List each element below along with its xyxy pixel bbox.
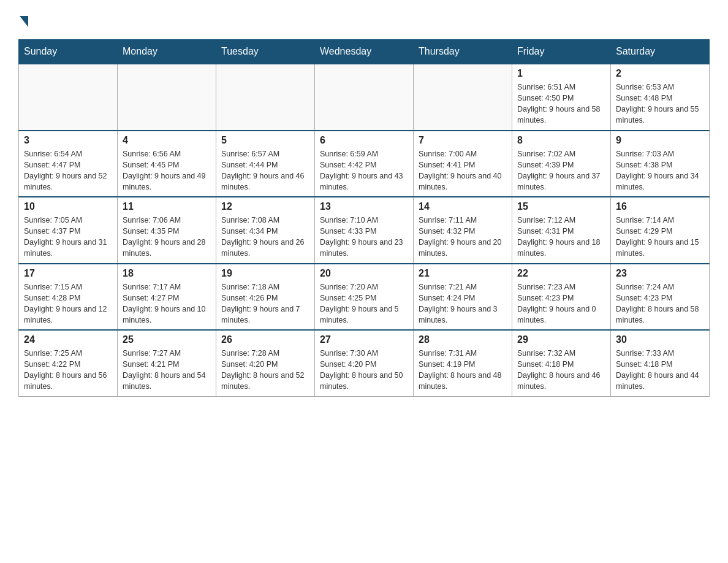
day-info: Sunrise: 7:21 AM Sunset: 4:24 PM Dayligh… <box>419 282 507 326</box>
day-number: 18 <box>123 268 211 279</box>
logo <box>18 12 28 27</box>
day-info: Sunrise: 7:31 AM Sunset: 4:19 PM Dayligh… <box>419 348 507 393</box>
calendar-week-row-4: 17Sunrise: 7:15 AM Sunset: 4:28 PM Dayli… <box>19 264 710 331</box>
calendar-cell: 19Sunrise: 7:18 AM Sunset: 4:26 PM Dayli… <box>216 264 315 331</box>
calendar-week-row-1: 1Sunrise: 6:51 AM Sunset: 4:50 PM Daylig… <box>19 64 710 131</box>
day-number: 13 <box>320 201 408 212</box>
day-info: Sunrise: 7:14 AM Sunset: 4:29 PM Dayligh… <box>616 215 704 259</box>
calendar-header-friday: Friday <box>512 40 611 64</box>
calendar-week-row-5: 24Sunrise: 7:25 AM Sunset: 4:22 PM Dayli… <box>19 330 710 396</box>
day-number: 19 <box>221 268 309 279</box>
calendar-cell <box>118 64 216 131</box>
calendar-cell: 26Sunrise: 7:28 AM Sunset: 4:20 PM Dayli… <box>216 330 315 396</box>
day-number: 25 <box>123 334 211 345</box>
calendar-cell: 10Sunrise: 7:05 AM Sunset: 4:37 PM Dayli… <box>19 197 118 264</box>
day-info: Sunrise: 7:11 AM Sunset: 4:32 PM Dayligh… <box>419 215 507 259</box>
calendar-cell: 18Sunrise: 7:17 AM Sunset: 4:27 PM Dayli… <box>118 264 216 331</box>
calendar-cell: 6Sunrise: 6:59 AM Sunset: 4:42 PM Daylig… <box>315 131 414 197</box>
day-number: 7 <box>419 135 507 146</box>
calendar-week-row-3: 10Sunrise: 7:05 AM Sunset: 4:37 PM Dayli… <box>19 197 710 264</box>
day-info: Sunrise: 7:03 AM Sunset: 4:38 PM Dayligh… <box>616 148 704 193</box>
day-number: 3 <box>24 135 112 146</box>
day-info: Sunrise: 6:59 AM Sunset: 4:42 PM Dayligh… <box>320 148 408 193</box>
calendar-cell: 9Sunrise: 7:03 AM Sunset: 4:38 PM Daylig… <box>611 131 710 197</box>
calendar-cell: 2Sunrise: 6:53 AM Sunset: 4:48 PM Daylig… <box>611 64 710 131</box>
calendar-cell: 28Sunrise: 7:31 AM Sunset: 4:19 PM Dayli… <box>414 330 512 396</box>
calendar-cell: 13Sunrise: 7:10 AM Sunset: 4:33 PM Dayli… <box>315 197 414 264</box>
calendar-cell: 24Sunrise: 7:25 AM Sunset: 4:22 PM Dayli… <box>19 330 118 396</box>
day-info: Sunrise: 7:06 AM Sunset: 4:35 PM Dayligh… <box>123 215 211 259</box>
calendar-cell: 14Sunrise: 7:11 AM Sunset: 4:32 PM Dayli… <box>414 197 512 264</box>
calendar-cell: 7Sunrise: 7:00 AM Sunset: 4:41 PM Daylig… <box>414 131 512 197</box>
day-number: 17 <box>24 268 112 279</box>
day-info: Sunrise: 7:20 AM Sunset: 4:25 PM Dayligh… <box>320 282 408 326</box>
calendar-cell: 30Sunrise: 7:33 AM Sunset: 4:18 PM Dayli… <box>611 330 710 396</box>
calendar-cell: 17Sunrise: 7:15 AM Sunset: 4:28 PM Dayli… <box>19 264 118 331</box>
day-number: 30 <box>616 334 704 345</box>
day-number: 12 <box>221 201 309 212</box>
day-info: Sunrise: 7:05 AM Sunset: 4:37 PM Dayligh… <box>24 215 112 259</box>
day-number: 28 <box>419 334 507 345</box>
day-number: 26 <box>221 334 309 345</box>
day-info: Sunrise: 7:12 AM Sunset: 4:31 PM Dayligh… <box>517 215 605 259</box>
day-number: 22 <box>517 268 605 279</box>
calendar-table: SundayMondayTuesdayWednesdayThursdayFrid… <box>18 39 710 397</box>
day-info: Sunrise: 7:33 AM Sunset: 4:18 PM Dayligh… <box>616 348 704 393</box>
day-info: Sunrise: 7:23 AM Sunset: 4:23 PM Dayligh… <box>517 282 605 326</box>
calendar-cell: 11Sunrise: 7:06 AM Sunset: 4:35 PM Dayli… <box>118 197 216 264</box>
calendar-header-thursday: Thursday <box>414 40 512 64</box>
calendar-week-row-2: 3Sunrise: 6:54 AM Sunset: 4:47 PM Daylig… <box>19 131 710 197</box>
calendar-cell: 12Sunrise: 7:08 AM Sunset: 4:34 PM Dayli… <box>216 197 315 264</box>
day-info: Sunrise: 7:30 AM Sunset: 4:20 PM Dayligh… <box>320 348 408 393</box>
day-info: Sunrise: 7:08 AM Sunset: 4:34 PM Dayligh… <box>221 215 309 259</box>
page-header <box>18 12 710 27</box>
calendar-cell <box>19 64 118 131</box>
day-info: Sunrise: 6:53 AM Sunset: 4:48 PM Dayligh… <box>616 82 704 126</box>
day-number: 1 <box>517 68 605 79</box>
day-info: Sunrise: 7:18 AM Sunset: 4:26 PM Dayligh… <box>221 282 309 326</box>
day-number: 15 <box>517 201 605 212</box>
calendar-header-sunday: Sunday <box>19 40 118 64</box>
day-number: 14 <box>419 201 507 212</box>
calendar-header-tuesday: Tuesday <box>216 40 315 64</box>
calendar-cell: 20Sunrise: 7:20 AM Sunset: 4:25 PM Dayli… <box>315 264 414 331</box>
calendar-cell: 8Sunrise: 7:02 AM Sunset: 4:39 PM Daylig… <box>512 131 611 197</box>
calendar-cell: 1Sunrise: 6:51 AM Sunset: 4:50 PM Daylig… <box>512 64 611 131</box>
day-info: Sunrise: 6:57 AM Sunset: 4:44 PM Dayligh… <box>221 148 309 193</box>
day-number: 5 <box>221 135 309 146</box>
day-info: Sunrise: 7:27 AM Sunset: 4:21 PM Dayligh… <box>123 348 211 393</box>
calendar-cell: 25Sunrise: 7:27 AM Sunset: 4:21 PM Dayli… <box>118 330 216 396</box>
day-number: 4 <box>123 135 211 146</box>
calendar-cell <box>414 64 512 131</box>
day-info: Sunrise: 7:00 AM Sunset: 4:41 PM Dayligh… <box>419 148 507 193</box>
calendar-cell: 4Sunrise: 6:56 AM Sunset: 4:45 PM Daylig… <box>118 131 216 197</box>
calendar-cell: 22Sunrise: 7:23 AM Sunset: 4:23 PM Dayli… <box>512 264 611 331</box>
day-info: Sunrise: 7:24 AM Sunset: 4:23 PM Dayligh… <box>616 282 704 326</box>
calendar-header-saturday: Saturday <box>611 40 710 64</box>
day-info: Sunrise: 7:25 AM Sunset: 4:22 PM Dayligh… <box>24 348 112 393</box>
calendar-cell: 21Sunrise: 7:21 AM Sunset: 4:24 PM Dayli… <box>414 264 512 331</box>
day-number: 11 <box>123 201 211 212</box>
day-info: Sunrise: 7:02 AM Sunset: 4:39 PM Dayligh… <box>517 148 605 193</box>
day-number: 20 <box>320 268 408 279</box>
day-info: Sunrise: 7:32 AM Sunset: 4:18 PM Dayligh… <box>517 348 605 393</box>
day-info: Sunrise: 6:54 AM Sunset: 4:47 PM Dayligh… <box>24 148 112 193</box>
day-info: Sunrise: 7:15 AM Sunset: 4:28 PM Dayligh… <box>24 282 112 326</box>
calendar-cell: 27Sunrise: 7:30 AM Sunset: 4:20 PM Dayli… <box>315 330 414 396</box>
day-number: 27 <box>320 334 408 345</box>
day-number: 9 <box>616 135 704 146</box>
day-info: Sunrise: 7:17 AM Sunset: 4:27 PM Dayligh… <box>123 282 211 326</box>
day-number: 23 <box>616 268 704 279</box>
calendar-cell <box>216 64 315 131</box>
calendar-cell: 16Sunrise: 7:14 AM Sunset: 4:29 PM Dayli… <box>611 197 710 264</box>
calendar-cell: 5Sunrise: 6:57 AM Sunset: 4:44 PM Daylig… <box>216 131 315 197</box>
logo-arrow-icon <box>20 16 28 27</box>
calendar-header-monday: Monday <box>118 40 216 64</box>
day-number: 24 <box>24 334 112 345</box>
calendar-cell <box>315 64 414 131</box>
day-number: 6 <box>320 135 408 146</box>
day-number: 2 <box>616 68 704 79</box>
day-info: Sunrise: 6:56 AM Sunset: 4:45 PM Dayligh… <box>123 148 211 193</box>
day-number: 21 <box>419 268 507 279</box>
day-info: Sunrise: 7:10 AM Sunset: 4:33 PM Dayligh… <box>320 215 408 259</box>
